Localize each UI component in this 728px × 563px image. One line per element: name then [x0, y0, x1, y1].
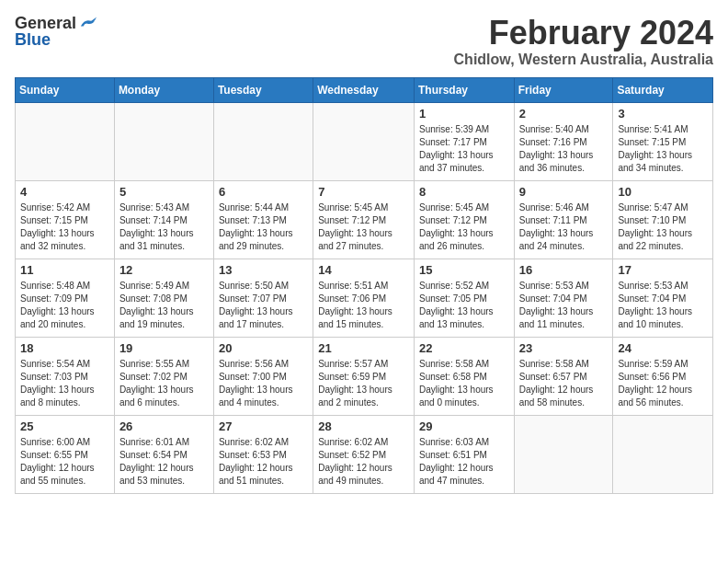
week-row-4: 18Sunrise: 5:54 AM Sunset: 7:03 PM Dayli… — [16, 337, 713, 415]
calendar-cell — [613, 415, 713, 493]
day-info: Sunrise: 5:40 AM Sunset: 7:16 PM Dayligh… — [519, 123, 609, 175]
calendar-cell — [114, 102, 213, 180]
calendar-cell: 13Sunrise: 5:50 AM Sunset: 7:07 PM Dayli… — [213, 259, 313, 337]
calendar-cell: 11Sunrise: 5:48 AM Sunset: 7:09 PM Dayli… — [16, 259, 115, 337]
day-number: 16 — [519, 263, 609, 277]
calendar-cell: 5Sunrise: 5:43 AM Sunset: 7:14 PM Daylig… — [114, 180, 213, 259]
day-info: Sunrise: 5:53 AM Sunset: 7:04 PM Dayligh… — [618, 280, 708, 331]
calendar-cell — [313, 102, 415, 180]
day-number: 21 — [318, 341, 409, 355]
location-title: Chidlow, Western Australia, Australia — [454, 52, 713, 68]
calendar-header-row: SundayMondayTuesdayWednesdayThursdayFrid… — [16, 77, 713, 102]
day-number: 13 — [219, 263, 308, 277]
day-number: 22 — [419, 341, 509, 355]
col-header-friday: Friday — [514, 77, 613, 102]
logo-bird-icon — [78, 17, 97, 29]
day-number: 3 — [618, 107, 708, 121]
calendar-cell: 10Sunrise: 5:47 AM Sunset: 7:10 PM Dayli… — [613, 180, 713, 259]
day-info: Sunrise: 5:54 AM Sunset: 7:03 PM Dayligh… — [20, 358, 109, 409]
day-info: Sunrise: 5:48 AM Sunset: 7:09 PM Dayligh… — [20, 280, 109, 331]
day-info: Sunrise: 5:56 AM Sunset: 7:00 PM Dayligh… — [219, 358, 308, 409]
day-info: Sunrise: 6:03 AM Sunset: 6:51 PM Dayligh… — [419, 436, 509, 488]
day-number: 15 — [419, 263, 509, 277]
day-number: 9 — [519, 185, 609, 199]
day-info: Sunrise: 5:43 AM Sunset: 7:14 PM Dayligh… — [119, 201, 209, 253]
col-header-saturday: Saturday — [613, 77, 713, 102]
day-number: 27 — [219, 419, 308, 433]
day-number: 5 — [119, 185, 209, 199]
day-number: 25 — [20, 419, 109, 433]
calendar-cell: 27Sunrise: 6:02 AM Sunset: 6:53 PM Dayli… — [213, 415, 313, 493]
day-number: 23 — [519, 341, 609, 355]
day-number: 4 — [20, 185, 109, 199]
calendar-cell: 23Sunrise: 5:58 AM Sunset: 6:57 PM Dayli… — [514, 337, 613, 415]
calendar-cell — [514, 415, 613, 493]
logo-general-text: General — [15, 15, 76, 31]
page-header: General Blue February 2024 Chidlow, West… — [15, 15, 713, 68]
day-info: Sunrise: 6:00 AM Sunset: 6:55 PM Dayligh… — [20, 436, 109, 488]
logo-blue-text: Blue — [15, 31, 51, 48]
calendar-cell: 16Sunrise: 5:53 AM Sunset: 7:04 PM Dayli… — [514, 259, 613, 337]
day-info: Sunrise: 5:41 AM Sunset: 7:15 PM Dayligh… — [618, 123, 708, 175]
day-info: Sunrise: 5:44 AM Sunset: 7:13 PM Dayligh… — [219, 201, 308, 253]
day-number: 20 — [219, 341, 308, 355]
col-header-thursday: Thursday — [414, 77, 514, 102]
day-number: 29 — [419, 419, 509, 433]
day-info: Sunrise: 5:57 AM Sunset: 6:59 PM Dayligh… — [318, 358, 409, 409]
day-number: 7 — [318, 185, 409, 199]
day-number: 26 — [119, 419, 209, 433]
calendar-cell: 1Sunrise: 5:39 AM Sunset: 7:17 PM Daylig… — [414, 102, 514, 180]
calendar-cell: 25Sunrise: 6:00 AM Sunset: 6:55 PM Dayli… — [16, 415, 115, 493]
day-info: Sunrise: 5:53 AM Sunset: 7:04 PM Dayligh… — [519, 280, 609, 331]
calendar-cell: 20Sunrise: 5:56 AM Sunset: 7:00 PM Dayli… — [213, 337, 313, 415]
calendar-cell: 29Sunrise: 6:03 AM Sunset: 6:51 PM Dayli… — [414, 415, 514, 493]
day-number: 17 — [618, 263, 708, 277]
day-number: 28 — [318, 419, 409, 433]
day-number: 14 — [318, 263, 409, 277]
day-info: Sunrise: 6:01 AM Sunset: 6:54 PM Dayligh… — [119, 436, 209, 488]
calendar-cell: 22Sunrise: 5:58 AM Sunset: 6:58 PM Dayli… — [414, 337, 514, 415]
col-header-monday: Monday — [114, 77, 213, 102]
day-info: Sunrise: 5:39 AM Sunset: 7:17 PM Dayligh… — [419, 123, 509, 175]
calendar-cell: 19Sunrise: 5:55 AM Sunset: 7:02 PM Dayli… — [114, 337, 213, 415]
day-info: Sunrise: 5:45 AM Sunset: 7:12 PM Dayligh… — [419, 201, 509, 253]
day-info: Sunrise: 5:51 AM Sunset: 7:06 PM Dayligh… — [318, 280, 409, 331]
calendar-cell: 24Sunrise: 5:59 AM Sunset: 6:56 PM Dayli… — [613, 337, 713, 415]
col-header-sunday: Sunday — [16, 77, 115, 102]
day-info: Sunrise: 5:49 AM Sunset: 7:08 PM Dayligh… — [119, 280, 209, 331]
calendar-cell — [16, 102, 115, 180]
calendar-cell: 6Sunrise: 5:44 AM Sunset: 7:13 PM Daylig… — [213, 180, 313, 259]
calendar-cell: 3Sunrise: 5:41 AM Sunset: 7:15 PM Daylig… — [613, 102, 713, 180]
day-number: 19 — [119, 341, 209, 355]
day-number: 2 — [519, 107, 609, 121]
day-number: 8 — [419, 185, 509, 199]
day-number: 18 — [20, 341, 109, 355]
day-info: Sunrise: 5:55 AM Sunset: 7:02 PM Dayligh… — [119, 358, 209, 409]
day-number: 10 — [618, 185, 708, 199]
logo: General Blue — [15, 15, 97, 48]
day-number: 6 — [219, 185, 308, 199]
day-info: Sunrise: 5:52 AM Sunset: 7:05 PM Dayligh… — [419, 280, 509, 331]
day-number: 11 — [20, 263, 109, 277]
day-number: 24 — [618, 341, 708, 355]
calendar-cell: 15Sunrise: 5:52 AM Sunset: 7:05 PM Dayli… — [414, 259, 514, 337]
calendar-cell: 12Sunrise: 5:49 AM Sunset: 7:08 PM Dayli… — [114, 259, 213, 337]
day-info: Sunrise: 5:58 AM Sunset: 6:58 PM Dayligh… — [419, 358, 509, 409]
title-section: February 2024 Chidlow, Western Australia… — [454, 15, 713, 68]
col-header-tuesday: Tuesday — [213, 77, 313, 102]
calendar-cell: 18Sunrise: 5:54 AM Sunset: 7:03 PM Dayli… — [16, 337, 115, 415]
calendar-cell: 8Sunrise: 5:45 AM Sunset: 7:12 PM Daylig… — [414, 180, 514, 259]
calendar-cell: 2Sunrise: 5:40 AM Sunset: 7:16 PM Daylig… — [514, 102, 613, 180]
calendar-cell: 14Sunrise: 5:51 AM Sunset: 7:06 PM Dayli… — [313, 259, 415, 337]
week-row-2: 4Sunrise: 5:42 AM Sunset: 7:15 PM Daylig… — [16, 180, 713, 259]
day-info: Sunrise: 5:42 AM Sunset: 7:15 PM Dayligh… — [20, 201, 109, 253]
day-number: 12 — [119, 263, 209, 277]
day-info: Sunrise: 5:46 AM Sunset: 7:11 PM Dayligh… — [519, 201, 609, 253]
week-row-3: 11Sunrise: 5:48 AM Sunset: 7:09 PM Dayli… — [16, 259, 713, 337]
col-header-wednesday: Wednesday — [313, 77, 415, 102]
calendar-cell: 28Sunrise: 6:02 AM Sunset: 6:52 PM Dayli… — [313, 415, 415, 493]
day-info: Sunrise: 5:59 AM Sunset: 6:56 PM Dayligh… — [618, 358, 708, 409]
calendar-cell: 7Sunrise: 5:45 AM Sunset: 7:12 PM Daylig… — [313, 180, 415, 259]
day-info: Sunrise: 5:50 AM Sunset: 7:07 PM Dayligh… — [219, 280, 308, 331]
calendar-cell: 9Sunrise: 5:46 AM Sunset: 7:11 PM Daylig… — [514, 180, 613, 259]
